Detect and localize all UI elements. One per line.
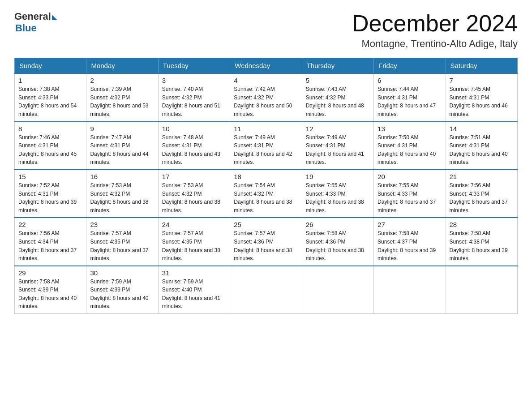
day-info: Sunrise: 7:44 AMSunset: 4:31 PMDaylight:… [378, 85, 442, 118]
day-info: Sunrise: 7:59 AMSunset: 4:40 PMDaylight:… [162, 278, 226, 311]
day-cell: 24Sunrise: 7:57 AMSunset: 4:35 PMDayligh… [158, 218, 230, 265]
day-info: Sunrise: 7:58 AMSunset: 4:36 PMDaylight:… [306, 229, 370, 262]
day-number: 19 [306, 173, 370, 180]
calendar-table: SundayMondayTuesdayWednesdayThursdayFrid… [14, 58, 518, 314]
location-title: Montagne, Trentino-Alto Adige, Italy [352, 38, 518, 50]
day-number: 21 [450, 173, 514, 180]
day-info: Sunrise: 7:40 AMSunset: 4:32 PMDaylight:… [162, 85, 226, 118]
day-info: Sunrise: 7:39 AMSunset: 4:32 PMDaylight:… [90, 85, 154, 118]
day-cell: 17Sunrise: 7:53 AMSunset: 4:32 PMDayligh… [158, 170, 230, 218]
day-number: 20 [378, 173, 442, 180]
day-number: 6 [378, 77, 442, 84]
day-header-saturday: Saturday [446, 58, 517, 74]
day-cell: 15Sunrise: 7:52 AMSunset: 4:31 PMDayligh… [15, 170, 86, 218]
day-info: Sunrise: 7:55 AMSunset: 4:33 PMDaylight:… [306, 181, 370, 214]
day-number: 27 [378, 221, 442, 228]
day-cell: 10Sunrise: 7:48 AMSunset: 4:31 PMDayligh… [158, 122, 230, 170]
day-cell: 27Sunrise: 7:58 AMSunset: 4:37 PMDayligh… [374, 218, 446, 265]
day-header-sunday: Sunday [15, 58, 86, 74]
day-number: 3 [162, 77, 226, 84]
day-number: 13 [378, 125, 442, 133]
day-cell: 29Sunrise: 7:58 AMSunset: 4:39 PMDayligh… [15, 266, 86, 314]
day-header-tuesday: Tuesday [158, 58, 230, 74]
logo-general-text: General [14, 11, 51, 22]
day-info: Sunrise: 7:54 AMSunset: 4:32 PMDaylight:… [234, 181, 298, 214]
day-cell: 20Sunrise: 7:55 AMSunset: 4:33 PMDayligh… [374, 170, 446, 218]
day-number: 24 [162, 221, 226, 228]
day-info: Sunrise: 7:55 AMSunset: 4:33 PMDaylight:… [378, 181, 442, 214]
day-number: 14 [450, 125, 514, 133]
day-header-monday: Monday [86, 58, 158, 74]
day-cell: 14Sunrise: 7:51 AMSunset: 4:31 PMDayligh… [446, 122, 517, 170]
day-info: Sunrise: 7:49 AMSunset: 4:31 PMDaylight:… [306, 133, 370, 167]
day-number: 30 [90, 269, 154, 277]
day-info: Sunrise: 7:49 AMSunset: 4:31 PMDaylight:… [234, 133, 298, 167]
day-cell: 7Sunrise: 7:45 AMSunset: 4:31 PMDaylight… [446, 73, 517, 121]
day-number: 4 [234, 77, 298, 84]
title-block: December 2024 Montagne, Trentino-Alto Ad… [352, 11, 518, 50]
day-cell: 18Sunrise: 7:54 AMSunset: 4:32 PMDayligh… [230, 170, 302, 218]
page-header: General Blue December 2024 Montagne, Tre… [14, 11, 518, 50]
day-number: 23 [90, 221, 154, 228]
day-number: 29 [18, 269, 82, 277]
day-number: 8 [18, 125, 82, 133]
day-number: 16 [90, 173, 154, 180]
day-info: Sunrise: 7:56 AMSunset: 4:34 PMDaylight:… [18, 229, 82, 262]
day-number: 15 [18, 173, 82, 180]
month-title: December 2024 [352, 11, 518, 36]
day-info: Sunrise: 7:52 AMSunset: 4:31 PMDaylight:… [18, 181, 82, 214]
day-cell: 23Sunrise: 7:57 AMSunset: 4:35 PMDayligh… [86, 218, 158, 265]
day-info: Sunrise: 7:47 AMSunset: 4:31 PMDaylight:… [90, 133, 154, 167]
day-cell [446, 266, 517, 314]
day-info: Sunrise: 7:45 AMSunset: 4:31 PMDaylight:… [450, 85, 514, 118]
day-number: 12 [306, 125, 370, 133]
day-cell [374, 266, 446, 314]
day-number: 10 [162, 125, 226, 133]
day-cell: 13Sunrise: 7:50 AMSunset: 4:31 PMDayligh… [374, 122, 446, 170]
day-cell: 12Sunrise: 7:49 AMSunset: 4:31 PMDayligh… [302, 122, 373, 170]
week-row-1: 1Sunrise: 7:38 AMSunset: 4:33 PMDaylight… [15, 73, 518, 121]
day-cell: 4Sunrise: 7:42 AMSunset: 4:32 PMDaylight… [230, 73, 302, 121]
day-cell: 1Sunrise: 7:38 AMSunset: 4:33 PMDaylight… [15, 73, 86, 121]
day-number: 2 [90, 77, 154, 84]
day-number: 5 [306, 77, 370, 84]
day-number: 26 [306, 221, 370, 228]
day-header-wednesday: Wednesday [230, 58, 302, 74]
day-info: Sunrise: 7:48 AMSunset: 4:31 PMDaylight:… [162, 133, 226, 167]
day-cell: 16Sunrise: 7:53 AMSunset: 4:32 PMDayligh… [86, 170, 158, 218]
day-cell: 28Sunrise: 7:58 AMSunset: 4:38 PMDayligh… [446, 218, 517, 265]
day-header-thursday: Thursday [302, 58, 373, 74]
day-cell: 5Sunrise: 7:43 AMSunset: 4:32 PMDaylight… [302, 73, 373, 121]
day-number: 22 [18, 221, 82, 228]
day-info: Sunrise: 7:57 AMSunset: 4:35 PMDaylight:… [90, 229, 154, 262]
day-number: 18 [234, 173, 298, 180]
day-cell [230, 266, 302, 314]
day-cell: 22Sunrise: 7:56 AMSunset: 4:34 PMDayligh… [15, 218, 86, 265]
day-cell: 26Sunrise: 7:58 AMSunset: 4:36 PMDayligh… [302, 218, 373, 265]
day-info: Sunrise: 7:46 AMSunset: 4:31 PMDaylight:… [18, 133, 82, 167]
day-info: Sunrise: 7:58 AMSunset: 4:39 PMDaylight:… [18, 278, 82, 311]
day-cell: 25Sunrise: 7:57 AMSunset: 4:36 PMDayligh… [230, 218, 302, 265]
day-cell: 8Sunrise: 7:46 AMSunset: 4:31 PMDaylight… [15, 122, 86, 170]
day-number: 17 [162, 173, 226, 180]
day-info: Sunrise: 7:58 AMSunset: 4:37 PMDaylight:… [378, 229, 442, 262]
day-cell: 9Sunrise: 7:47 AMSunset: 4:31 PMDaylight… [86, 122, 158, 170]
week-row-2: 8Sunrise: 7:46 AMSunset: 4:31 PMDaylight… [15, 122, 518, 170]
day-info: Sunrise: 7:57 AMSunset: 4:36 PMDaylight:… [234, 229, 298, 262]
day-info: Sunrise: 7:56 AMSunset: 4:33 PMDaylight:… [450, 181, 514, 214]
day-cell: 6Sunrise: 7:44 AMSunset: 4:31 PMDaylight… [374, 73, 446, 121]
day-number: 1 [18, 77, 82, 84]
day-info: Sunrise: 7:57 AMSunset: 4:35 PMDaylight:… [162, 229, 226, 262]
day-cell: 19Sunrise: 7:55 AMSunset: 4:33 PMDayligh… [302, 170, 373, 218]
day-cell: 3Sunrise: 7:40 AMSunset: 4:32 PMDaylight… [158, 73, 230, 121]
day-info: Sunrise: 7:53 AMSunset: 4:32 PMDaylight:… [162, 181, 226, 214]
day-cell [302, 266, 373, 314]
day-info: Sunrise: 7:50 AMSunset: 4:31 PMDaylight:… [378, 133, 442, 167]
day-number: 11 [234, 125, 298, 133]
day-headers-row: SundayMondayTuesdayWednesdayThursdayFrid… [15, 58, 518, 74]
day-cell: 30Sunrise: 7:59 AMSunset: 4:39 PMDayligh… [86, 266, 158, 314]
day-info: Sunrise: 7:42 AMSunset: 4:32 PMDaylight:… [234, 85, 298, 118]
logo-blue-text: Blue [15, 22, 37, 34]
day-info: Sunrise: 7:51 AMSunset: 4:31 PMDaylight:… [450, 133, 514, 167]
day-info: Sunrise: 7:53 AMSunset: 4:32 PMDaylight:… [90, 181, 154, 214]
